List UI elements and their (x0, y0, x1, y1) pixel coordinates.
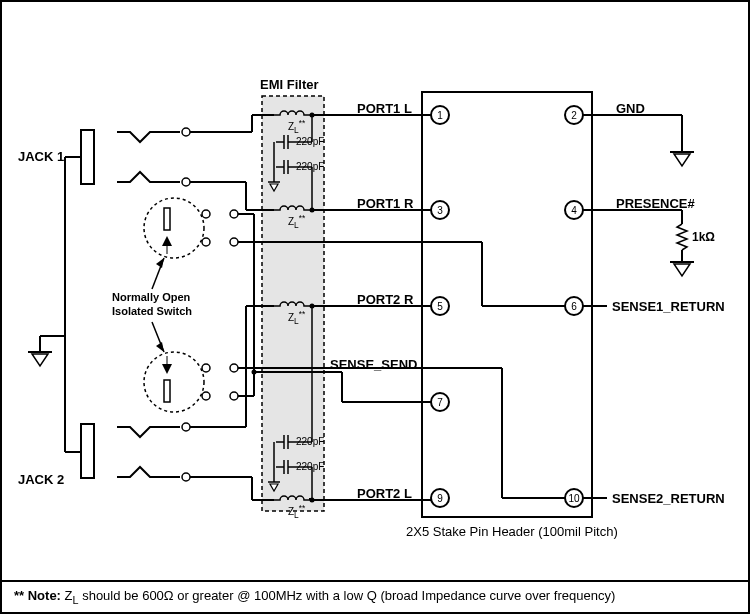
zl-label-3: ZL** (288, 309, 305, 326)
svg-marker-48 (162, 364, 172, 374)
schematic-frame: 1 2 3 4 5 6 7 9 10 JACK 1 JACK 2 EMI Fil… (0, 0, 750, 614)
svg-point-60 (202, 364, 210, 372)
svg-point-65 (182, 473, 190, 481)
svg-text:4: 4 (571, 205, 577, 216)
svg-point-94 (310, 498, 315, 503)
svg-point-42 (144, 198, 204, 258)
cap-label-3: 220pF (296, 436, 324, 447)
svg-point-88 (310, 208, 315, 213)
svg-point-62 (230, 364, 238, 372)
svg-point-43 (144, 352, 204, 412)
svg-point-56 (202, 210, 210, 218)
zl-label-1: ZL** (288, 118, 305, 135)
svg-point-91 (310, 304, 315, 309)
sense2-return-label: SENSE2_RETURN (612, 491, 725, 506)
svg-marker-53 (156, 342, 164, 352)
svg-rect-1 (81, 424, 94, 478)
sense1-return-label: SENSE1_RETURN (612, 299, 725, 314)
presence-label: PRESENCE# (616, 196, 695, 211)
svg-marker-51 (156, 258, 164, 268)
emi-filter-title: EMI Filter (260, 77, 319, 92)
svg-text:2: 2 (571, 110, 577, 121)
svg-marker-45 (162, 236, 172, 246)
svg-text:5: 5 (437, 301, 443, 312)
svg-text:7: 7 (437, 397, 443, 408)
svg-text:3: 3 (437, 205, 443, 216)
svg-point-85 (310, 113, 315, 118)
svg-point-55 (182, 178, 190, 186)
jack1-label: JACK 1 (18, 149, 64, 164)
gnd-label: GND (616, 101, 645, 116)
svg-text:6: 6 (571, 301, 577, 312)
svg-marker-8 (32, 354, 48, 366)
svg-point-99 (252, 370, 257, 375)
svg-rect-44 (164, 208, 170, 230)
port2l-label: PORT2 L (357, 486, 412, 501)
svg-rect-9 (262, 96, 324, 511)
jack2-label: JACK 2 (18, 472, 64, 487)
sense-send-label: SENSE_SEND (330, 357, 417, 372)
svg-rect-0 (81, 130, 94, 184)
port1r-label: PORT1 R (357, 196, 413, 211)
svg-point-58 (230, 210, 238, 218)
footnote: ** Note: ZL should be 600Ω or greater @ … (2, 580, 748, 606)
zl-label-2: ZL** (288, 213, 305, 230)
svg-point-64 (182, 423, 190, 431)
svg-point-61 (202, 392, 210, 400)
svg-point-59 (230, 238, 238, 246)
cap-label-4: 220pF (296, 461, 324, 472)
svg-marker-116 (674, 264, 690, 276)
svg-point-54 (182, 128, 190, 136)
port1l-label: PORT1 L (357, 101, 412, 116)
port2r-label: PORT2 R (357, 292, 413, 307)
svg-point-63 (230, 392, 238, 400)
cap-label-1: 220pF (296, 136, 324, 147)
svg-point-57 (202, 238, 210, 246)
zl-label-4: ZL** (288, 503, 305, 520)
switch-note-1: Normally Open (112, 291, 190, 303)
svg-text:9: 9 (437, 493, 443, 504)
svg-marker-111 (674, 154, 690, 166)
resistor-label: 1kΩ (692, 230, 715, 244)
svg-text:10: 10 (568, 493, 580, 504)
svg-rect-47 (164, 380, 170, 402)
switch-note-2: Isolated Switch (112, 305, 192, 317)
svg-text:1: 1 (437, 110, 443, 121)
header-caption: 2X5 Stake Pin Header (100mil Pitch) (406, 524, 618, 539)
cap-label-2: 220pF (296, 161, 324, 172)
